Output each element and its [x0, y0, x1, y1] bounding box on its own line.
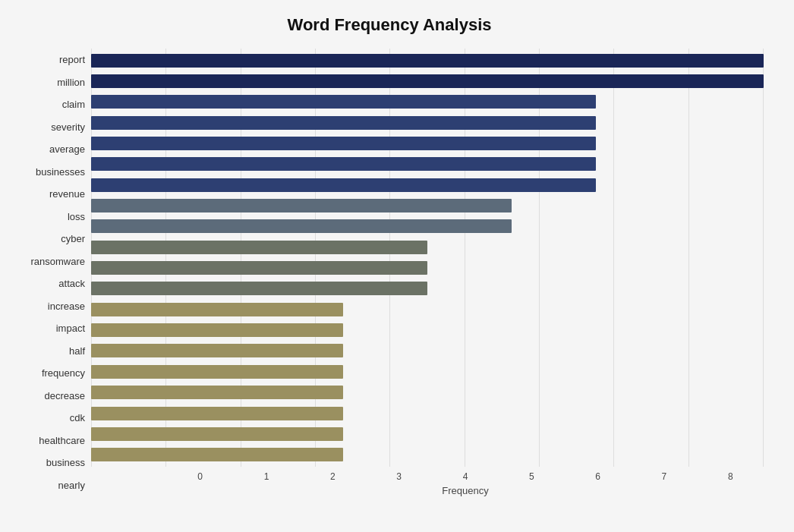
bar — [91, 344, 343, 357]
y-label: claim — [62, 99, 85, 109]
bar-row — [91, 405, 764, 422]
bar-row — [91, 426, 764, 442]
chart-title: Word Frequency Analysis — [15, 15, 764, 35]
bar-row — [91, 197, 764, 214]
bar-row — [91, 218, 764, 235]
bar — [91, 427, 343, 441]
y-label: impact — [56, 323, 85, 333]
bar — [91, 261, 427, 275]
bars-and-grid: 012345678 Frequency — [91, 49, 764, 496]
y-label: healthcare — [39, 436, 85, 445]
bar — [91, 407, 343, 420]
bar — [91, 282, 427, 295]
bar-row — [91, 156, 764, 172]
bar — [91, 178, 596, 192]
bar — [91, 448, 343, 461]
x-axis-labels: 012345678 — [167, 471, 764, 482]
bar — [91, 323, 343, 337]
bar-row — [91, 301, 764, 318]
chart-container: Word Frequency Analysis reportmillioncla… — [0, 0, 794, 532]
y-label: average — [49, 144, 85, 154]
y-label: businesses — [36, 167, 85, 177]
bar-row — [91, 342, 764, 359]
bar-row — [91, 260, 764, 276]
bar-row — [91, 239, 764, 256]
bar-row — [91, 135, 764, 152]
bar-row — [91, 364, 764, 380]
y-label: attack — [58, 279, 85, 288]
bar-row — [91, 52, 764, 69]
bar — [91, 116, 596, 130]
y-label: nearly — [58, 480, 85, 490]
y-label: report — [59, 55, 85, 65]
y-label: million — [57, 77, 85, 87]
bar-row — [91, 115, 764, 131]
bar — [91, 386, 343, 399]
bar — [91, 54, 764, 68]
y-label: ransomware — [30, 257, 85, 266]
y-label: severity — [51, 122, 85, 132]
bar-row — [91, 280, 764, 297]
grid-and-bars — [91, 49, 764, 467]
bar — [91, 219, 512, 233]
y-label: cyber — [61, 234, 85, 244]
bar — [91, 365, 343, 379]
x-tick-label: 4 — [432, 471, 498, 482]
bottom-area: 012345678 Frequency — [91, 467, 764, 496]
y-label: revenue — [49, 189, 85, 199]
x-tick-label: 8 — [698, 471, 764, 482]
y-label: cdk — [70, 413, 85, 423]
y-label: increase — [48, 301, 85, 311]
x-tick-label: 5 — [499, 471, 565, 482]
x-tick-label: 1 — [233, 471, 299, 482]
y-label: business — [46, 458, 85, 467]
bar-row — [91, 93, 764, 110]
y-label: frequency — [42, 368, 85, 378]
bar-row — [91, 384, 764, 401]
bar-row — [91, 73, 764, 90]
bar-row — [91, 177, 764, 194]
bars-wrapper — [91, 49, 764, 467]
x-tick-label: 2 — [300, 471, 366, 482]
x-tick-label: 6 — [565, 471, 631, 482]
x-tick-label: 7 — [631, 471, 697, 482]
bar-row — [91, 322, 764, 338]
y-axis-labels: reportmillionclaimseverityaveragebusines… — [15, 49, 91, 496]
x-tick-label: 3 — [366, 471, 432, 482]
bar — [91, 303, 343, 316]
x-tick-label: 0 — [167, 471, 233, 482]
y-label: decrease — [45, 391, 85, 401]
y-label: half — [69, 346, 85, 356]
bar — [91, 241, 427, 254]
bar — [91, 74, 764, 88]
bar-row — [91, 446, 764, 463]
bar — [91, 137, 596, 150]
x-axis-title: Frequency — [167, 485, 764, 496]
y-label: loss — [68, 212, 85, 222]
bar — [91, 157, 596, 171]
bar — [91, 199, 512, 212]
bar — [91, 95, 596, 109]
